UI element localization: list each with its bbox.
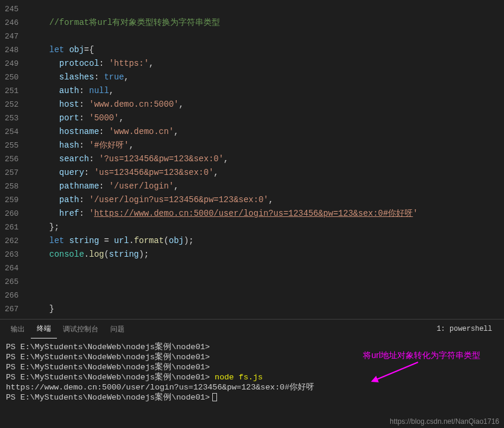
code-line[interactable]: slashes: true, (29, 71, 504, 84)
code-line[interactable]: let obj={ (29, 43, 504, 57)
terminal-selector[interactable]: 1: powershell (432, 324, 497, 334)
tab-terminal[interactable]: 终端 (31, 320, 57, 338)
line-number: 254 (5, 125, 18, 139)
line-number: 256 (5, 152, 18, 166)
code-line[interactable]: }; (29, 221, 504, 234)
svg-line-1 (375, 362, 418, 380)
code-line[interactable] (29, 289, 504, 302)
line-number: 264 (5, 261, 18, 275)
code-line[interactable] (29, 2, 504, 16)
terminal-line: PS E:\MyStudents\NodeWeb\nodejs案例\node01… (6, 372, 498, 382)
code-line[interactable]: search: '?us=123456&pw=123&sex:0', (29, 152, 504, 166)
line-number: 257 (5, 166, 18, 180)
code-line[interactable]: href: 'https://www.demo.cn:5000/user/log… (29, 207, 504, 221)
code-editor[interactable]: 2452462472482492502512522532542552562572… (0, 0, 504, 319)
code-line[interactable]: path: '/user/login?us=123456&pw=123&sex:… (29, 193, 504, 207)
code-line[interactable]: pathname: '/user/login', (29, 180, 504, 193)
code-line[interactable]: //format将url有对象类型转换为字符串类型 (29, 16, 504, 30)
line-number: 263 (5, 248, 18, 261)
terminal-line: PS E:\MyStudents\NodeWeb\nodejs案例\node01… (6, 362, 498, 372)
terminal-line: PS E:\MyStudents\NodeWeb\nodejs案例\node01… (6, 392, 498, 403)
terminal-cursor (212, 393, 217, 401)
code-area[interactable]: //format将url有对象类型转换为字符串类型 let obj={ prot… (29, 0, 504, 319)
code-line[interactable]: hostname: 'www.demo.cn', (29, 125, 504, 139)
code-line[interactable]: protocol: 'https:', (29, 57, 504, 71)
tab-output[interactable]: 输出 (5, 320, 31, 338)
line-number: 255 (5, 139, 18, 152)
terminal-line: https://www.demo.cn:5000/user/login?us=1… (6, 382, 498, 392)
line-number: 265 (5, 275, 18, 289)
code-line[interactable]: port: '5000', (29, 111, 504, 125)
line-number: 250 (5, 71, 18, 84)
code-line[interactable]: auth: null, (29, 84, 504, 98)
line-number: 249 (5, 57, 18, 71)
line-number: 259 (5, 193, 18, 207)
bottom-panel: 输出 终端 调试控制台 问题 1: powershell PS E:\MyStu… (0, 319, 504, 428)
tab-debug-console[interactable]: 调试控制台 (57, 320, 104, 338)
code-line[interactable]: console.log(string); (29, 248, 504, 261)
line-number: 246 (5, 16, 18, 30)
line-number-gutter: 2452462472482492502512522532542552562572… (0, 0, 29, 319)
code-line[interactable]: host: 'www.demo.cn:5000', (29, 98, 504, 111)
line-number: 251 (5, 84, 18, 98)
line-number: 258 (5, 180, 18, 193)
code-line[interactable] (29, 275, 504, 289)
terminal-content[interactable]: PS E:\MyStudents\NodeWeb\nodejs案例\node01… (0, 338, 504, 428)
line-number: 260 (5, 207, 18, 221)
line-number: 247 (5, 30, 18, 43)
line-number: 262 (5, 234, 18, 248)
line-number: 252 (5, 98, 18, 111)
code-line[interactable]: } (29, 302, 504, 316)
line-number: 266 (5, 289, 18, 302)
line-number: 261 (5, 221, 18, 234)
line-number: 267 (5, 302, 18, 316)
panel-tabs: 输出 终端 调试控制台 问题 1: powershell (0, 320, 504, 338)
code-line[interactable] (29, 261, 504, 275)
tab-problems[interactable]: 问题 (104, 320, 130, 338)
line-number: 245 (5, 2, 18, 16)
line-number: 248 (5, 43, 18, 57)
code-line[interactable]: hash: '#你好呀', (29, 139, 504, 152)
line-number: 253 (5, 111, 18, 125)
code-line[interactable]: query: 'us=123456&pw=123&sex:0', (29, 166, 504, 180)
watermark: https://blog.csdn.net/NanQiao1716 (390, 417, 499, 426)
code-line[interactable]: let string = url.format(obj); (29, 234, 504, 248)
code-line[interactable] (29, 30, 504, 43)
annotation-arrow-icon (371, 361, 424, 385)
annotation-text: 将url地址对象转化为字符串类型 (363, 350, 480, 360)
